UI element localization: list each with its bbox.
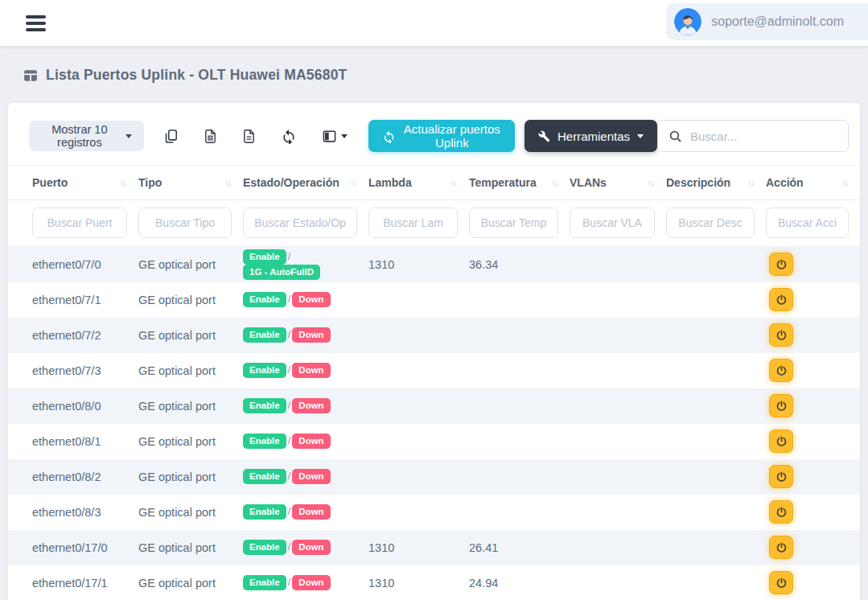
cell-temperatura: [469, 495, 570, 530]
port-type: GE optical port: [138, 506, 216, 519]
cell-estado-operacion: Enable/Down: [243, 282, 368, 318]
cell-puerto: ethernet0/17/0: [8, 530, 138, 565]
cell-lambda: [368, 459, 469, 495]
operacion-badge: Down: [292, 504, 330, 520]
cell-descripcion: [666, 318, 766, 353]
cell-tipo: GE optical port: [138, 424, 243, 459]
power-toggle-button[interactable]: [769, 465, 793, 488]
table-row: ethernet0/7/3 GE optical port Enable/Dow…: [8, 353, 860, 388]
hamburger-menu-button[interactable]: [23, 12, 49, 35]
lambda-value: 1310: [368, 541, 394, 554]
power-icon: [775, 364, 788, 376]
filter-lambda-input[interactable]: [368, 208, 458, 238]
cell-lambda: [368, 353, 469, 388]
port-type: GE optical port: [138, 329, 216, 342]
estado-badge: Enable: [243, 434, 286, 449]
cell-estado-operacion: Enable/Down: [243, 388, 368, 424]
cell-puerto: ethernet0/8/2: [8, 459, 138, 495]
operacion-badge: 1G - AutoFullD: [243, 265, 320, 280]
user-email: soporte@adminolt.com: [711, 14, 844, 29]
chevron-down-icon: [125, 134, 132, 138]
power-toggle-button[interactable]: [769, 536, 793, 559]
power-toggle-button[interactable]: [769, 288, 793, 311]
filter-row: [8, 200, 860, 247]
cell-estado-operacion: Enable/Down: [243, 495, 368, 530]
filter-temperatura-input[interactable]: [469, 208, 558, 238]
cell-accion: [766, 495, 860, 530]
cell-temperatura: [469, 424, 570, 459]
column-header-descripcion[interactable]: Descripción↑↓: [666, 166, 766, 200]
cell-estado-operacion: Enable/Down: [243, 318, 368, 353]
reload-table-button[interactable]: [279, 126, 298, 146]
cell-puerto: ethernet0/8/1: [8, 424, 138, 459]
column-header-lambda[interactable]: Lambda↑↓: [368, 166, 469, 200]
badge-separator: /: [288, 576, 291, 588]
cell-estado-operacion: Enable/Down: [243, 459, 368, 495]
badge-separator: /: [288, 434, 291, 446]
show-records-dropdown[interactable]: Mostrar 10 registros: [29, 121, 144, 151]
column-header-puerto[interactable]: Puerto↑↓: [8, 166, 138, 200]
cell-descripcion: [666, 388, 766, 424]
column-header-tipo[interactable]: Tipo↑↓: [138, 166, 243, 200]
page-title: Lista Puertos Uplink - OLT Huawei MA5680…: [46, 67, 347, 84]
filter-vlans-input[interactable]: [570, 208, 655, 238]
power-toggle-button[interactable]: [769, 429, 793, 453]
sort-icon: ↑↓: [350, 178, 356, 187]
cell-puerto: ethernet0/8/3: [8, 495, 138, 530]
cell-temperatura: [469, 318, 570, 353]
sort-icon: ↑↓: [551, 178, 557, 187]
search-input[interactable]: [690, 129, 837, 143]
cell-temperatura: 26.41: [469, 530, 570, 565]
cell-accion: [766, 424, 860, 459]
cell-estado-operacion: Enable/1G - AutoFullD: [243, 247, 368, 282]
table-row: ethernet0/8/1 GE optical port Enable/Dow…: [8, 424, 860, 459]
filter-accion-input[interactable]: [766, 208, 849, 238]
power-toggle-button[interactable]: [769, 323, 793, 347]
update-uplink-ports-button[interactable]: Actualizar puertos Uplink: [368, 120, 515, 152]
port-name: ethernet0/7/2: [32, 329, 101, 342]
cell-accion: [766, 247, 860, 282]
user-menu[interactable]: soporte@adminolt.com: [666, 3, 868, 40]
cell-accion: [766, 282, 860, 318]
table-toolbar: Mostrar 10 registros: [8, 120, 860, 152]
file-export-button[interactable]: [241, 127, 257, 146]
filter-tipo-input[interactable]: [138, 208, 232, 238]
badge-separator: /: [288, 470, 291, 482]
cell-lambda: [368, 495, 469, 530]
filter-estado-operacion-input[interactable]: [243, 208, 357, 238]
sort-icon: ↑↓: [648, 178, 653, 187]
port-name: ethernet0/8/1: [32, 435, 101, 448]
cell-descripcion: [666, 247, 766, 282]
power-toggle-button[interactable]: [769, 359, 793, 382]
operacion-badge: Down: [292, 363, 330, 378]
table-row: ethernet0/17/0 GE optical port Enable/Do…: [8, 530, 860, 565]
power-toggle-button[interactable]: [769, 394, 793, 417]
estado-badge: Enable: [243, 398, 286, 413]
cell-vlans: [570, 282, 666, 318]
tools-dropdown-button[interactable]: Herramientas: [525, 120, 657, 152]
excel-export-button[interactable]: [202, 127, 219, 146]
power-toggle-button[interactable]: [769, 253, 793, 276]
filter-descripcion-input[interactable]: [666, 208, 755, 238]
copy-button[interactable]: [162, 127, 180, 146]
column-header-accion[interactable]: Acción↑↓: [766, 166, 860, 200]
filter-puerto-input[interactable]: [32, 208, 127, 238]
power-toggle-button[interactable]: [769, 500, 793, 524]
cell-vlans: [570, 424, 666, 459]
column-header-vlans[interactable]: VLANs↑↓: [570, 166, 666, 200]
power-toggle-button[interactable]: [769, 571, 793, 594]
table-row: ethernet0/8/3 GE optical port Enable/Dow…: [8, 495, 860, 530]
top-navbar: soporte@adminolt.com: [0, 0, 868, 46]
column-header-estado-operacion[interactable]: Estado/Operación↑↓: [243, 166, 368, 200]
cell-puerto: ethernet0/7/2: [8, 318, 138, 353]
cell-estado-operacion: Enable/Down: [243, 530, 368, 565]
column-header-temperatura[interactable]: Temperatura↑↓: [469, 166, 570, 200]
cell-tipo: GE optical port: [138, 495, 243, 530]
power-icon: [775, 506, 788, 518]
cell-tipo: GE optical port: [138, 459, 243, 495]
estado-badge: Enable: [243, 363, 286, 378]
cell-vlans: [570, 318, 666, 353]
column-visibility-button[interactable]: [320, 127, 349, 146]
cell-vlans: [570, 459, 666, 495]
cell-tipo: GE optical port: [138, 318, 243, 353]
